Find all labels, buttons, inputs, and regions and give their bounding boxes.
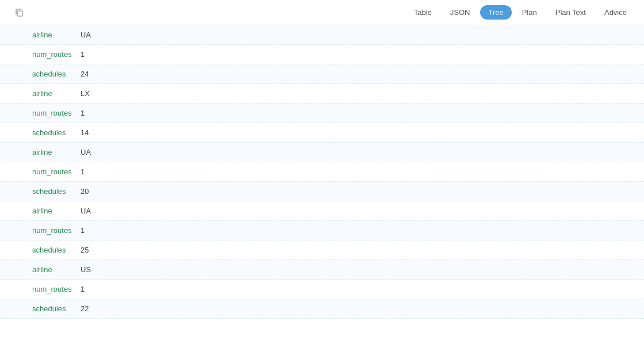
row-value: LX bbox=[80, 89, 90, 98]
row-value: 1 bbox=[80, 109, 85, 117]
tree-row: airlineUA bbox=[0, 25, 644, 45]
row-value: UA bbox=[80, 30, 91, 39]
tree-row: schedules24 bbox=[0, 64, 644, 84]
row-value: 24 bbox=[80, 70, 89, 78]
row-value: 14 bbox=[80, 128, 89, 137]
row-value: 1 bbox=[80, 167, 85, 176]
tree-row: airlineUA bbox=[0, 143, 644, 162]
nav-btn-table[interactable]: Table bbox=[406, 5, 440, 20]
row-key: airline bbox=[9, 207, 78, 215]
tree-row: schedules25 bbox=[0, 240, 644, 260]
row-key: airline bbox=[9, 265, 78, 274]
row-key: schedules bbox=[9, 70, 78, 78]
row-key: airline bbox=[9, 30, 78, 39]
nav-btn-json[interactable]: JSON bbox=[442, 5, 478, 20]
row-value: 25 bbox=[80, 246, 89, 254]
tree-row: num_routes1 bbox=[0, 162, 644, 182]
row-value: UA bbox=[80, 207, 91, 215]
row-value: 20 bbox=[80, 187, 89, 196]
tree-row: num_routes1 bbox=[0, 45, 644, 64]
nav-btn-advice[interactable]: Advice bbox=[596, 5, 635, 20]
row-value: 1 bbox=[80, 226, 85, 235]
row-key: num_routes bbox=[9, 50, 78, 59]
nav-btn-tree[interactable]: Tree bbox=[480, 5, 511, 20]
row-key: num_routes bbox=[9, 226, 78, 235]
row-key: num_routes bbox=[9, 285, 78, 293]
tree-row: num_routes1 bbox=[0, 221, 644, 240]
tree-row: schedules20 bbox=[0, 182, 644, 201]
svg-rect-0 bbox=[17, 11, 22, 16]
row-value: 1 bbox=[80, 285, 85, 293]
tree-row: num_routes1 bbox=[0, 104, 644, 123]
header-left bbox=[9, 7, 24, 18]
nav-btn-plan-text[interactable]: Plan Text bbox=[547, 5, 594, 20]
tree-row: airlineLX bbox=[0, 84, 644, 104]
row-value: 22 bbox=[80, 304, 89, 313]
nav-btn-plan[interactable]: Plan bbox=[514, 5, 545, 20]
content: airlineUAnum_routes1schedules24airlineLX… bbox=[0, 25, 644, 359]
tree-row: schedules22 bbox=[0, 299, 644, 319]
header: TableJSONTreePlanPlan TextAdvice bbox=[0, 0, 644, 25]
row-key: schedules bbox=[9, 187, 78, 196]
row-key: num_routes bbox=[9, 167, 78, 176]
copy-icon[interactable] bbox=[14, 7, 24, 18]
row-key: schedules bbox=[9, 304, 78, 313]
tree-row: airlineUA bbox=[0, 201, 644, 221]
header-nav: TableJSONTreePlanPlan TextAdvice bbox=[406, 5, 635, 20]
row-value: US bbox=[80, 265, 91, 274]
row-key: airline bbox=[9, 89, 78, 98]
row-key: schedules bbox=[9, 128, 78, 137]
tree-row: airlineUS bbox=[0, 260, 644, 280]
tree-row: schedules14 bbox=[0, 123, 644, 143]
row-key: schedules bbox=[9, 246, 78, 254]
row-key: airline bbox=[9, 148, 78, 156]
tree-row: num_routes1 bbox=[0, 280, 644, 299]
row-value: 1 bbox=[80, 50, 85, 59]
row-value: UA bbox=[80, 148, 91, 156]
row-key: num_routes bbox=[9, 109, 78, 117]
